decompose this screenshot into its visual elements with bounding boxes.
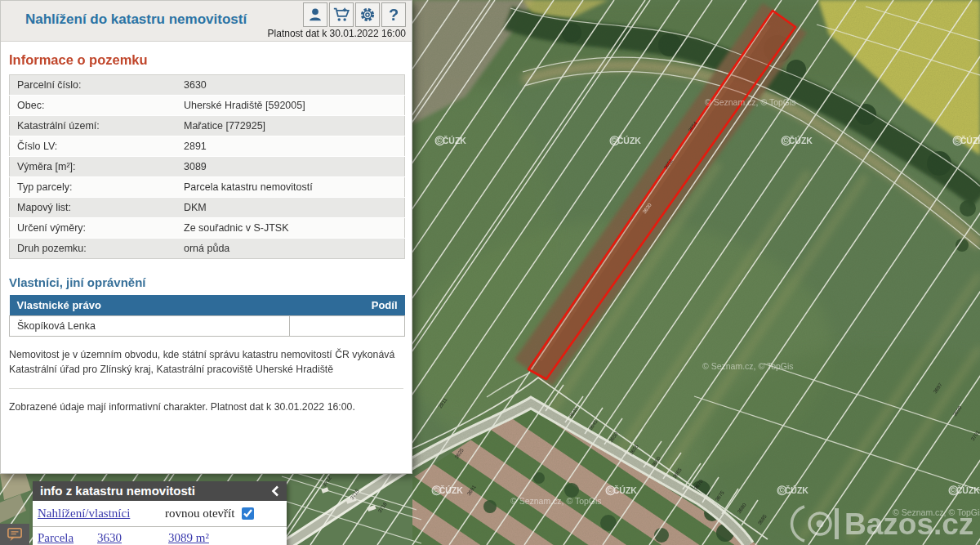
table-row: Výměra [m²]:3089 [10, 157, 405, 177]
user-icon [306, 6, 324, 24]
jurisdiction-note: Nemovitost je v územním obvodu, kde stát… [9, 347, 403, 377]
table-row: Mapový list:DKM [10, 198, 405, 218]
bazos-watermark: Bazos.cz [792, 507, 974, 541]
table-row: Určení výměry:Ze souřadnic v S-JTSK [10, 218, 405, 239]
section-title-parcel-info: Informace o pozemku [9, 52, 403, 68]
help-icon: ? [389, 7, 399, 23]
svg-text:© Seznam.cz, © TopGis: © Seznam.cz, © TopGis [702, 361, 794, 371]
section-title-owners: Vlastníci, jiní oprávnění [9, 275, 403, 289]
svg-text:Bazos.cz: Bazos.cz [844, 507, 973, 541]
svg-text:©ČÚZK: ©ČÚZK [436, 136, 466, 145]
rovnou-otevrit-label: rovnou otevřít [165, 507, 234, 520]
popup-row-parcela: Parcela 3630 3089 m² [33, 526, 287, 545]
app-root: 3630 3640 3645 3650 3655 3660 3665 3670 … [0, 0, 980, 545]
map-texture [412, 0, 980, 545]
gear-icon [359, 6, 376, 24]
svg-text:©ČÚZK: ©ČÚZK [778, 485, 808, 495]
feedback-button[interactable] [0, 524, 29, 545]
cart-add-icon [332, 6, 350, 24]
table-row: Obec:Uherské Hradiště [592005] [10, 96, 405, 116]
help-button[interactable]: ? [381, 2, 406, 27]
panel-header: Nahlížení do katastru nemovitostí [1, 1, 412, 42]
svg-text:©ČÚZK: ©ČÚZK [433, 485, 463, 495]
parcel-info-table: Parcelní číslo:3630 Obec:Uherské Hradišt… [9, 74, 405, 259]
data-validity-label: Platnost dat k 30.01.2022 16:00 [268, 28, 406, 39]
cart-button[interactable] [329, 2, 354, 27]
parcel-area-link[interactable]: 3089 m² [168, 531, 209, 545]
svg-text:© Seznam.cz, © TopGis: © Seznam.cz, © TopGis [705, 97, 796, 107]
nahlizeni-vlastnici-link[interactable]: Nahlížení/vlastníci [38, 507, 165, 520]
open-directly-checkbox[interactable] [242, 507, 254, 520]
map-info-popup: info z katastru nemovitosti Nahlížení/vl… [33, 481, 287, 545]
owner-name: Škopíková Lenka [10, 316, 290, 337]
collapse-chevron-icon[interactable] [271, 485, 279, 497]
table-row: Katastrální území:Mařatice [772925] [10, 116, 405, 136]
settings-button[interactable] [355, 2, 380, 27]
owner-row: Škopíková Lenka [10, 316, 405, 337]
popup-title: info z katastru nemovitosti [40, 484, 195, 498]
disclaimer-note: Zobrazené údaje mají informativní charak… [9, 400, 403, 414]
owners-table: Vlastnické právo Podíl Škopíková Lenka [9, 295, 405, 337]
divider [9, 388, 403, 389]
svg-text:©ČÚZK: ©ČÚZK [950, 485, 980, 495]
svg-text:©ČÚZK: ©ČÚZK [954, 136, 980, 145]
table-row: Parcelní číslo:3630 [10, 75, 405, 96]
owners-col-right: Podíl [290, 295, 405, 316]
owner-share [290, 316, 405, 337]
popup-header[interactable]: info z katastru nemovitosti [33, 481, 287, 501]
owners-header-row: Vlastnické právo Podíl [10, 295, 405, 316]
speech-bubble-icon [7, 527, 23, 542]
table-row: Druh pozemku:orná půda [10, 239, 405, 259]
owners-col-left: Vlastnické právo [10, 295, 290, 316]
svg-text:©ČÚZK: ©ČÚZK [611, 136, 641, 145]
info-panel: Nahlížení do katastru nemovitostí [0, 0, 412, 474]
table-row: Typ parcely:Parcela katastru nemovitostí [10, 177, 405, 198]
page-title: Nahlížení do katastru nemovitostí [25, 11, 247, 28]
popup-row-nahlizeni: Nahlížení/vlastníci rovnou otevřít [33, 501, 287, 526]
table-row: Číslo LV:2891 [10, 136, 405, 157]
svg-text:©ČÚZK: ©ČÚZK [607, 485, 637, 495]
svg-text:©ČÚZK: ©ČÚZK [782, 136, 813, 145]
parcel-number-link[interactable]: 3630 [97, 531, 168, 545]
parcela-link[interactable]: Parcela [38, 531, 97, 545]
user-button[interactable] [303, 2, 327, 27]
svg-text:© Seznam.cz, © TopGis: © Seznam.cz, © TopGis [510, 496, 602, 506]
